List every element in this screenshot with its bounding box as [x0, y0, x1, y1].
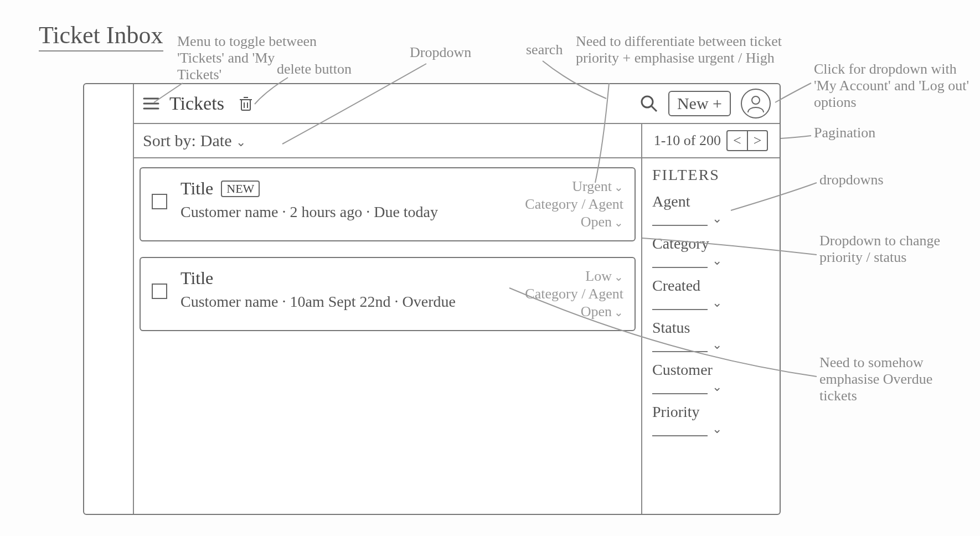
ticket-list: Title NEW Customer name · 2 hours ago · … — [140, 167, 636, 507]
annotation-dropdown: Dropdown — [410, 44, 471, 61]
filters-panel: FILTERS Agent ⌄ Category ⌄ Created ⌄ Sta… — [641, 158, 780, 514]
app-window: Tickets New + Sort by: Date ⌄ 1-10 of 20… — [83, 83, 781, 515]
category-agent-label: Category / Agent — [525, 286, 623, 302]
filter-created[interactable]: Created ⌄ — [652, 277, 770, 310]
sort-bar: Sort by: Date ⌄ — [134, 124, 641, 158]
ticket-right-column: Low⌄ Category / Agent Open⌄ — [525, 268, 623, 320]
chevron-down-icon: ⌄ — [614, 217, 623, 229]
new-badge: NEW — [221, 181, 260, 197]
pagination-controls: < > — [726, 130, 768, 151]
search-icon[interactable] — [639, 94, 658, 113]
app-header: Tickets New + — [134, 84, 780, 124]
status-dropdown[interactable]: Open⌄ — [581, 303, 623, 320]
ticket-row[interactable]: Title NEW Customer name · 2 hours ago · … — [140, 167, 636, 241]
ticket-checkbox[interactable] — [152, 284, 167, 299]
trash-icon[interactable] — [239, 95, 253, 112]
filters-title: FILTERS — [652, 166, 770, 184]
chevron-down-icon: ⌄ — [712, 254, 722, 268]
sort-by-dropdown[interactable]: Date ⌄ — [200, 131, 246, 150]
ticket-row[interactable]: Title Customer name · 10am Sept 22nd · O… — [140, 257, 636, 331]
page-title: Ticket Inbox — [39, 21, 163, 51]
chevron-down-icon: ⌄ — [614, 181, 623, 193]
sort-by-label: Sort by: — [143, 131, 196, 150]
chevron-down-icon: ⌄ — [614, 306, 623, 318]
chevron-down-icon: ⌄ — [712, 212, 722, 226]
svg-rect-3 — [241, 100, 250, 110]
pagination-prev-button[interactable]: < — [728, 131, 748, 150]
svg-line-9 — [652, 106, 657, 111]
status-dropdown[interactable]: Open⌄ — [581, 214, 623, 230]
chevron-down-icon: ⌄ — [712, 380, 722, 394]
ticket-main: Title NEW Customer name · 2 hours ago · … — [180, 178, 512, 221]
left-gutter — [84, 84, 134, 514]
chevron-down-icon: ⌄ — [236, 135, 246, 149]
pagination-range: 1-10 of 200 — [654, 132, 721, 149]
annotation-avatar-dropdown: Click for dropdown with 'My Account' and… — [814, 61, 974, 111]
svg-point-8 — [642, 96, 653, 107]
ticket-title: Title — [180, 178, 213, 199]
chevron-down-icon: ⌄ — [712, 296, 722, 310]
pagination-bar: 1-10 of 200 < > — [641, 124, 780, 158]
annotation-overdue-emphasis: Need to somehow emphasise Overdue ticket… — [819, 354, 963, 404]
category-agent-label: Category / Agent — [525, 196, 623, 213]
chevron-down-icon: ⌄ — [712, 338, 722, 352]
annotation-dropdowns: dropdowns — [819, 172, 884, 188]
annotation-pagination: Pagination — [814, 125, 875, 141]
ticket-checkbox[interactable] — [152, 194, 167, 209]
svg-point-10 — [752, 96, 760, 104]
ticket-meta: Customer name · 10am Sept 22nd · Overdue — [180, 293, 512, 311]
annotation-search: search — [526, 42, 563, 58]
ticket-right-column: Urgent⌄ Category / Agent Open⌄ — [525, 178, 623, 230]
priority-dropdown[interactable]: Low⌄ — [585, 268, 623, 285]
ticket-title: Title — [180, 268, 213, 288]
pagination-next-button[interactable]: > — [748, 131, 767, 150]
annotation-priority-emphasis: Need to differentiate between ticket pri… — [576, 33, 786, 66]
chevron-down-icon: ⌄ — [614, 271, 623, 283]
filter-priority[interactable]: Priority ⌄ — [652, 403, 770, 436]
priority-dropdown[interactable]: Urgent⌄ — [572, 178, 623, 195]
hamburger-menu-icon[interactable] — [143, 96, 159, 111]
header-title: Tickets — [169, 93, 224, 114]
annotation-delete-button: delete button — [277, 61, 352, 78]
annotation-change-priority: Dropdown to change priority / status — [819, 233, 963, 266]
filter-agent[interactable]: Agent ⌄ — [652, 193, 770, 226]
filter-category[interactable]: Category ⌄ — [652, 235, 770, 268]
filter-status[interactable]: Status ⌄ — [652, 319, 770, 352]
chevron-down-icon: ⌄ — [712, 422, 722, 436]
new-ticket-button[interactable]: New + — [668, 91, 731, 116]
ticket-meta: Customer name · 2 hours ago · Due today — [180, 203, 512, 221]
ticket-main: Title Customer name · 10am Sept 22nd · O… — [180, 268, 512, 311]
filter-customer[interactable]: Customer ⌄ — [652, 361, 770, 394]
avatar-icon[interactable] — [741, 89, 771, 118]
